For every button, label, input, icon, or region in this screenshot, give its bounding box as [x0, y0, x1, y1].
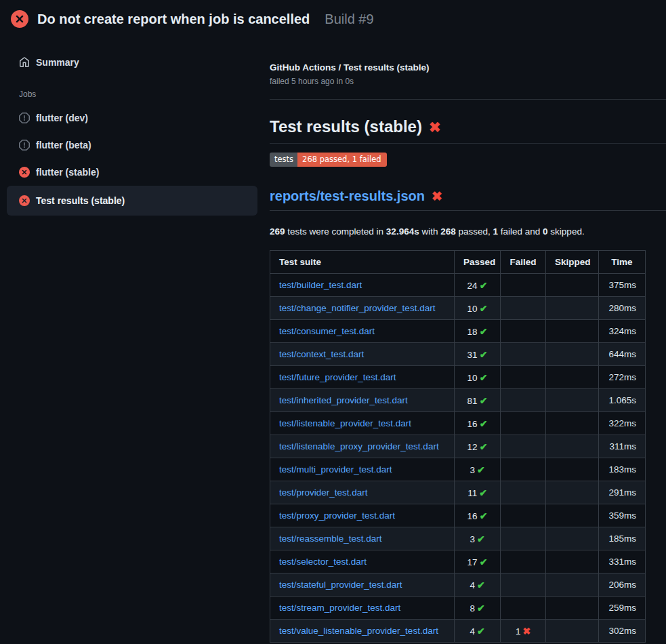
summary-text: failed and: [498, 226, 543, 237]
cell-test-suite: test/selector_test.dart: [270, 550, 455, 573]
test-suite-link[interactable]: test/multi_provider_test.dart: [279, 464, 392, 475]
test-suite-link[interactable]: test/listenable_provider_test.dart: [279, 418, 411, 428]
passed-count: 3: [470, 534, 475, 544]
cross-mark-icon: ✖: [522, 626, 530, 637]
section-title: Test results (stable)✖: [270, 117, 666, 144]
cell-time: 375ms: [599, 274, 646, 297]
cell-time: 185ms: [599, 527, 646, 550]
summary-text: with: [419, 226, 441, 237]
cell-time: 272ms: [599, 366, 646, 389]
table-row: test/stream_provider_test.dart8✔259ms: [270, 597, 646, 620]
cell-skipped: [546, 597, 599, 620]
sidebar-item-flutter-beta[interactable]: flutter (beta): [7, 132, 257, 159]
cell-test-suite: test/reassemble_test.dart: [270, 527, 455, 550]
test-suite-link[interactable]: test/stateful_provider_test.dart: [279, 580, 402, 590]
passed-count: 8: [470, 603, 475, 613]
summary-number: 1: [493, 226, 499, 237]
cell-time: 311ms: [599, 435, 646, 458]
passed-count: 11: [467, 488, 477, 498]
cell-failed: 1✖: [501, 620, 546, 643]
sidebar-item-summary[interactable]: Summary: [7, 49, 257, 76]
sidebar-item-flutter-dev[interactable]: flutter (dev): [7, 104, 257, 132]
build-header: Do not create report when job is cancell…: [0, 0, 666, 38]
cell-failed: [501, 550, 546, 573]
cell-time: 322ms: [599, 412, 646, 435]
cell-test-suite: test/listenable_proxy_provider_test.dart: [270, 435, 455, 458]
cell-test-suite: test/value_listenable_provider_test.dart: [270, 620, 455, 643]
test-suite-link[interactable]: test/future_provider_test.dart: [279, 372, 396, 382]
table-row: test/value_listenable_provider_test.dart…: [270, 620, 646, 643]
check-mark-icon: ✔: [480, 303, 488, 314]
cell-failed: [501, 458, 546, 481]
column-header-failed: Failed: [501, 251, 546, 274]
test-suite-link[interactable]: test/context_test.dart: [279, 349, 364, 359]
test-suite-link[interactable]: test/selector_test.dart: [279, 557, 367, 567]
stop-icon: [19, 140, 30, 150]
badge-label: tests: [270, 153, 297, 167]
cell-skipped: [546, 481, 599, 504]
table-row: test/reassemble_test.dart3✔185ms: [270, 527, 646, 550]
cell-test-suite: test/inherited_provider_test.dart: [270, 389, 455, 412]
cell-failed: [501, 435, 546, 458]
test-suite-link[interactable]: test/value_listenable_provider_test.dart: [279, 626, 438, 636]
test-suite-link[interactable]: test/reassemble_test.dart: [279, 534, 382, 544]
table-row: test/listenable_provider_test.dart16✔322…: [270, 412, 646, 435]
cell-skipped: [546, 297, 599, 320]
cell-failed: [501, 343, 546, 366]
cell-test-suite: test/stateful_provider_test.dart: [270, 573, 455, 597]
test-suite-link[interactable]: test/change_notifier_provider_test.dart: [279, 303, 435, 313]
cell-passed: 16✔: [455, 412, 501, 435]
summary-number: 32.964s: [386, 226, 419, 237]
check-mark-icon: ✔: [480, 441, 488, 452]
run-status-line: failed 5 hours ago in 0s: [270, 76, 666, 87]
cell-skipped: [546, 458, 599, 481]
cell-failed: [501, 573, 546, 597]
report-file-heading: reports/test-results.json✖: [270, 188, 666, 211]
cell-test-suite: test/consumer_test.dart: [270, 320, 455, 343]
check-mark-icon: ✔: [477, 534, 485, 544]
test-suite-link[interactable]: test/stream_provider_test.dart: [279, 603, 400, 613]
job-label: flutter (dev): [36, 113, 88, 123]
cell-passed: 11✔: [455, 481, 501, 504]
job-label: flutter (stable): [36, 167, 99, 178]
test-suite-link[interactable]: test/listenable_proxy_provider_test.dart: [279, 441, 439, 451]
test-suite-link[interactable]: test/proxy_provider_test.dart: [279, 510, 395, 521]
sidebar-item-test-results-stable[interactable]: Test results (stable): [7, 186, 257, 216]
sidebar-item-flutter-stable[interactable]: flutter (stable): [7, 159, 257, 186]
test-suite-link[interactable]: test/builder_test.dart: [279, 280, 362, 290]
cell-time: 331ms: [599, 550, 646, 573]
cell-passed: 81✔: [455, 389, 501, 412]
report-file-link[interactable]: reports/test-results.json: [270, 188, 425, 203]
test-suite-link[interactable]: test/consumer_test.dart: [279, 326, 375, 336]
cell-test-suite: test/stream_provider_test.dart: [270, 597, 455, 620]
check-mark-icon: ✔: [480, 326, 488, 337]
breadcrumb: GitHub Actions / Test results (stable): [270, 61, 666, 74]
passed-count: 16: [467, 419, 478, 429]
cell-time: 302ms: [599, 620, 646, 643]
section-title-text: Test results (stable): [270, 117, 422, 136]
summary-number: 268: [440, 226, 456, 237]
test-suite-link[interactable]: test/provider_test.dart: [279, 487, 368, 498]
cell-skipped: [546, 527, 599, 550]
failed-count: 1: [516, 626, 521, 637]
passed-count: 24: [467, 281, 478, 291]
table-row: test/context_test.dart31✔644ms: [270, 343, 646, 366]
tests-status-badge: tests 268 passed, 1 failed: [270, 153, 387, 167]
cell-skipped: [546, 366, 599, 389]
jobs-list: flutter (dev)flutter (beta)flutter (stab…: [7, 104, 257, 216]
passed-count: 4: [470, 626, 475, 637]
cell-passed: 3✔: [455, 458, 501, 481]
cross-mark-icon: ✖: [432, 189, 442, 203]
check-run-content: GitHub Actions / Test results (stable) f…: [264, 38, 666, 643]
table-row: test/stateful_provider_test.dart4✔206ms: [270, 573, 646, 597]
cell-time: 324ms: [599, 320, 646, 343]
check-mark-icon: ✔: [477, 603, 485, 613]
cell-passed: 4✔: [455, 573, 501, 597]
table-row: test/consumer_test.dart18✔324ms: [270, 320, 646, 343]
check-mark-icon: ✔: [480, 349, 488, 360]
cell-passed: 3✔: [455, 527, 501, 550]
cell-skipped: [546, 550, 599, 573]
passed-count: 31: [467, 350, 478, 360]
test-suite-link[interactable]: test/inherited_provider_test.dart: [279, 395, 408, 405]
table-row: test/provider_test.dart11✔291ms: [270, 481, 646, 504]
